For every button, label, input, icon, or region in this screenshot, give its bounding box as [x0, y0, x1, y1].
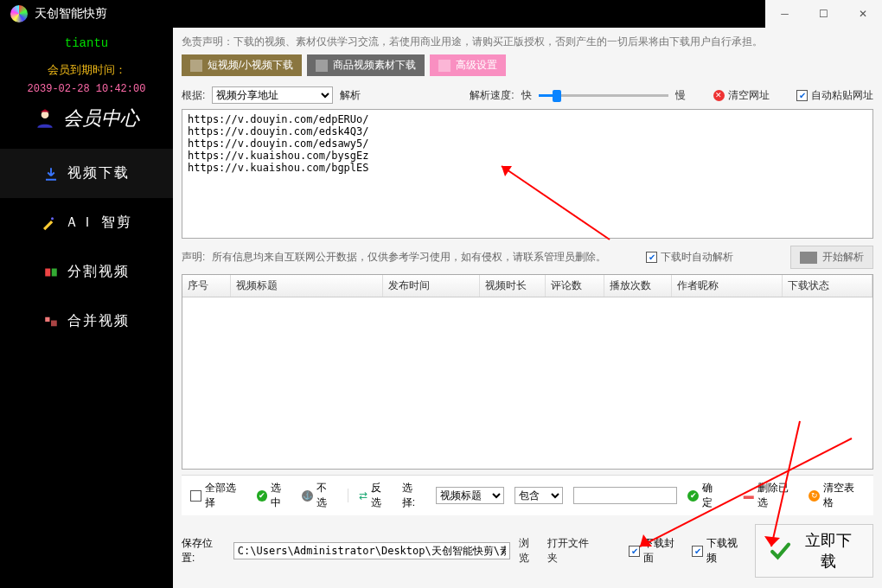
- tab-advanced[interactable]: 高级设置: [430, 54, 506, 76]
- minimize-button[interactable]: ─: [765, 0, 804, 28]
- download-video-checkbox[interactable]: ✔下载视频: [692, 536, 746, 566]
- label: 下载封面: [643, 536, 683, 566]
- tab-label: 高级设置: [456, 58, 497, 73]
- check-icon: ✔: [257, 490, 268, 502]
- label: 删除已选: [757, 481, 799, 510]
- swap-icon: ⇄: [359, 489, 368, 502]
- svg-rect-5: [51, 320, 57, 326]
- auto-paste-checkbox[interactable]: ✔自动粘贴网址: [796, 88, 873, 103]
- nav-merge-video[interactable]: 合并视频: [0, 297, 173, 346]
- selection-toolbar: 全部选择 ✔选中 ⚓不选 ⇄反选 选择: 视频标题 包含 ✔确定 ▬删除已选 ↻…: [182, 475, 873, 515]
- settings-icon: [438, 60, 451, 72]
- title-bar: 天创智能快剪 ─ ☐ ✕: [0, 0, 882, 28]
- col-status[interactable]: 下载状态: [783, 275, 872, 297]
- choose-label: 选择:: [402, 481, 425, 510]
- label: 选中: [271, 481, 291, 510]
- parse-link[interactable]: 解析: [340, 88, 361, 103]
- wand-icon: [41, 215, 56, 231]
- label: 确定: [702, 481, 723, 510]
- svg-rect-4: [45, 316, 49, 321]
- label: 清空表格: [823, 481, 865, 510]
- note-text: 所有信息均来自互联网公开数据，仅供参考学习使用，如有侵权，请联系管理员删除。: [212, 250, 606, 265]
- col-publish[interactable]: 发布时间: [383, 275, 480, 297]
- tab-row: 短视频/小视频下载 商品视频素材下载 高级设置: [173, 54, 882, 83]
- results-table: 序号 视频标题 发布时间 视频时长 评论数 播放次数 作者昵称 下载状态: [182, 274, 873, 470]
- fast-label: 快: [521, 88, 532, 103]
- tab-short-video[interactable]: 短视频/小视频下载: [182, 54, 302, 76]
- label: 下载视频: [706, 536, 746, 566]
- download-cover-checkbox[interactable]: ✔下载封面: [629, 536, 683, 566]
- checkmark-icon: [770, 540, 791, 562]
- filter-field-select[interactable]: 视频标题: [436, 487, 505, 504]
- bag-icon: [316, 60, 328, 72]
- download-bar: 保存位置: 浏览 打开文件夹 ✔下载封面 ✔下载视频 立即下载: [173, 515, 882, 588]
- select-all-checkbox[interactable]: 全部选择: [190, 481, 246, 510]
- maximize-button[interactable]: ☐: [804, 0, 843, 28]
- browse-button[interactable]: 浏览: [519, 536, 539, 566]
- chat-icon: [800, 252, 817, 264]
- avatar-icon: [34, 107, 56, 130]
- svg-rect-2: [45, 268, 50, 276]
- source-type-select[interactable]: 视频分享地址: [212, 86, 333, 104]
- split-icon: [43, 265, 59, 280]
- col-plays[interactable]: 播放次数: [604, 275, 672, 297]
- label: 清空网址: [728, 88, 770, 103]
- expire-label: 会员到期时间：: [48, 62, 126, 78]
- start-download-button[interactable]: 立即下载: [755, 524, 873, 578]
- speed-label: 解析速度:: [470, 88, 514, 103]
- close-button[interactable]: ✕: [843, 0, 882, 28]
- nav-video-download[interactable]: 视频下载: [0, 149, 173, 198]
- label: 反选: [371, 481, 392, 510]
- member-center-label: 会员中心: [63, 105, 139, 131]
- video-icon: [190, 60, 202, 72]
- col-comments[interactable]: 评论数: [546, 275, 604, 297]
- clear-table-button[interactable]: ↻清空表格: [808, 481, 865, 510]
- label: 不选: [316, 481, 337, 510]
- merge-icon: [43, 314, 59, 329]
- col-title[interactable]: 视频标题: [231, 275, 383, 297]
- table-header: 序号 视频标题 发布时间 视频时长 评论数 播放次数 作者昵称 下载状态: [182, 275, 872, 297]
- svg-rect-3: [52, 268, 57, 276]
- confirm-button[interactable]: ✔确定: [687, 481, 723, 510]
- nav-label: 视频下载: [67, 164, 130, 182]
- label: 开始解析: [822, 250, 864, 265]
- svg-point-1: [51, 217, 54, 220]
- open-folder-button[interactable]: 打开文件夹: [547, 536, 598, 566]
- window-buttons: ─ ☐ ✕: [765, 0, 882, 28]
- check-icon: ✔: [687, 490, 699, 502]
- label: 立即下载: [798, 530, 859, 572]
- unselect-button[interactable]: ⚓不选: [302, 481, 337, 510]
- tab-label: 短视频/小视频下载: [208, 58, 293, 73]
- filter-value-input[interactable]: [573, 487, 677, 504]
- brand-text: tiantu: [65, 28, 108, 62]
- disclaimer-text: 免责声明：下载的视频、素材仅供学习交流，若使用商业用途，请购买正版授权，否则产生…: [173, 28, 882, 54]
- tab-product-video[interactable]: 商品视频素材下载: [307, 54, 425, 76]
- start-parse-button[interactable]: 开始解析: [790, 246, 873, 269]
- nav-label: 合并视频: [67, 312, 130, 330]
- sidebar: tiantu 会员到期时间： 2039-02-28 10:42:00 会员中心 …: [0, 28, 173, 588]
- app-logo-icon: [10, 5, 28, 22]
- auto-parse-checkbox[interactable]: ✔下载时自动解析: [646, 250, 733, 265]
- table-body: [182, 297, 872, 469]
- app-title: 天创智能快剪: [35, 6, 107, 22]
- slow-label: 慢: [675, 88, 686, 103]
- speed-slider[interactable]: [539, 89, 668, 101]
- invert-button[interactable]: ⇄反选: [359, 481, 392, 510]
- nav-label: ＡＩ 智剪: [65, 214, 132, 232]
- select-button[interactable]: ✔选中: [257, 481, 292, 510]
- save-path-input[interactable]: [233, 542, 510, 559]
- svg-point-0: [42, 111, 49, 118]
- nav-ai-cut[interactable]: ＡＩ 智剪: [0, 198, 173, 247]
- label: 全部选择: [205, 481, 246, 510]
- url-textarea[interactable]: [182, 109, 873, 239]
- delete-selected-button[interactable]: ▬删除已选: [744, 481, 799, 510]
- clear-urls-button[interactable]: ✕清空网址: [713, 88, 770, 103]
- refresh-icon: ↻: [808, 490, 820, 502]
- col-author[interactable]: 作者昵称: [672, 275, 783, 297]
- member-center-button[interactable]: 会员中心: [34, 105, 139, 131]
- nav-split-video[interactable]: 分割视频: [0, 247, 173, 297]
- col-index[interactable]: 序号: [182, 275, 231, 297]
- filter-op-select[interactable]: 包含: [514, 487, 563, 504]
- col-duration[interactable]: 视频时长: [480, 275, 546, 297]
- anchor-icon: ⚓: [302, 490, 313, 502]
